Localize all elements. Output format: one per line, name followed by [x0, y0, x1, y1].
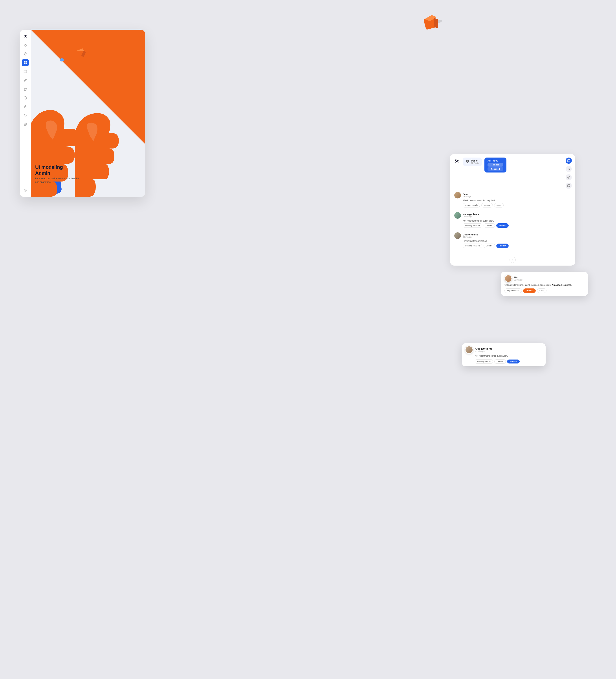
keep-button[interactable]: Keep: [537, 288, 547, 293]
svg-rect-15: [25, 106, 26, 108]
settings-side-icon[interactable]: [565, 174, 572, 181]
bottom-card-header: Aloe Nona Fu 20 min ago: [465, 346, 543, 354]
panel-cube: [75, 47, 87, 60]
sidebar-item-heart[interactable]: [22, 41, 29, 48]
svg-rect-9: [26, 63, 27, 64]
report-details-button[interactable]: Report Details: [463, 203, 480, 207]
sidebar-item-check[interactable]: [22, 94, 29, 101]
siu-actions: Report Details Archive Keep: [505, 288, 584, 293]
decline-button[interactable]: Decline: [484, 223, 495, 228]
report-time: 12 min ago: [463, 216, 479, 218]
siu-reason: Unknown language, may be custom expressi…: [505, 284, 584, 287]
svg-point-19: [25, 190, 26, 191]
users-side-icon[interactable]: [565, 166, 572, 172]
svg-rect-27: [468, 160, 469, 162]
keep-button[interactable]: Keep: [494, 203, 504, 207]
svg-marker-23: [60, 58, 64, 62]
types-tab[interactable]: All Types Pended Reported: [484, 158, 507, 172]
posts-label: Posts: [471, 159, 479, 162]
report-reason: Prohibited for publication.: [463, 240, 571, 242]
aloe-name: Aloe Nona Fu: [475, 347, 492, 350]
report-actions: Pending Reason Decline Publish: [463, 223, 571, 228]
report-details-button[interactable]: Report Details: [505, 288, 522, 293]
posts-count: 32 Posts: [471, 162, 479, 164]
archive-button[interactable]: Archive: [523, 288, 536, 293]
overlay-header: Siu 16 min ago: [505, 275, 584, 282]
svg-rect-10: [24, 70, 27, 73]
avatar: [454, 232, 461, 239]
svg-rect-8: [24, 63, 25, 64]
posts-icon: [466, 160, 469, 163]
report-list: Pean 7 min ago Weak reason. No action re…: [450, 190, 575, 254]
svg-rect-6: [24, 61, 25, 63]
aloe-avatar: [465, 346, 473, 354]
overlay-siu-card: Siu 16 min ago Unknown language, may be …: [501, 272, 588, 296]
report-reason: Not recomended for publication.: [463, 220, 571, 222]
pagination-bar: ‹: [450, 254, 575, 266]
sidebar-item-settings[interactable]: [22, 187, 29, 194]
aloe-time: 20 min ago: [475, 350, 492, 353]
report-item: Pean 7 min ago Weak reason. No action re…: [453, 190, 572, 210]
report-time: 42 min ago: [463, 236, 478, 238]
sidebar-item-globe[interactable]: [22, 121, 29, 128]
report-reason: Weak reason. No action required.: [463, 199, 571, 202]
aloe-actions: Pending Status Decline Publish: [475, 359, 543, 364]
sidebar-item-lock[interactable]: [22, 103, 29, 110]
report-actions: Pending Reason Decline Publish: [463, 244, 571, 248]
sidebar-item-dashboard[interactable]: [22, 59, 29, 66]
report-item: Onero Pilona 42 min ago Prohibited for p…: [453, 230, 572, 250]
all-types-label: All Types: [488, 159, 504, 162]
svg-rect-7: [26, 61, 27, 63]
publish-button[interactable]: Publish: [496, 223, 509, 228]
sidebar-item-edit[interactable]: [22, 77, 29, 84]
sidebar: [20, 30, 31, 197]
aloe-reason: Not recommended for publication.: [475, 355, 543, 357]
admin-main-content: UI modeling Admin Let's keep our online …: [31, 30, 145, 197]
pending-reason-button[interactable]: Pending Reason: [463, 223, 482, 228]
report-user-name: Pean: [463, 193, 472, 195]
card-logo: [453, 158, 460, 165]
publish-button[interactable]: Publish: [507, 359, 520, 363]
moderation-card: Posts 32 Posts All Types Pended Reported: [450, 154, 575, 266]
svg-point-31: [568, 177, 569, 178]
sidebar-item-table[interactable]: [22, 68, 29, 75]
pending-reason-button[interactable]: Pending Reason: [463, 244, 482, 248]
sidebar-item-bell[interactable]: [22, 112, 29, 119]
archive-button[interactable]: Archive: [481, 203, 493, 207]
svg-point-4: [25, 35, 26, 36]
pended-chip[interactable]: Pended: [488, 163, 504, 167]
panel-title: UI modeling: [35, 164, 79, 170]
report-actions: Report Details Archive Keep: [463, 203, 571, 207]
bookmark-side-icon[interactable]: [565, 183, 572, 189]
admin-panel-card: UI modeling Admin Let's keep our online …: [20, 30, 145, 197]
svg-rect-28: [466, 162, 467, 163]
sidebar-item-trash[interactable]: [22, 86, 29, 93]
svg-point-14: [24, 97, 27, 99]
messages-side-icon[interactable]: [565, 158, 572, 164]
reported-chip[interactable]: Reported: [488, 167, 504, 171]
panel-text-block: UI modeling Admin Let's keep our online …: [35, 164, 79, 184]
report-time: 7 min ago: [463, 195, 472, 198]
siu-avatar: [505, 275, 512, 282]
decline-button[interactable]: Decline: [484, 244, 495, 248]
svg-rect-29: [468, 162, 469, 163]
floating-cube-decoration: [420, 12, 440, 32]
posts-tab[interactable]: Posts 32 Posts: [463, 158, 482, 166]
avatar: [454, 192, 461, 198]
sidebar-logo[interactable]: [22, 33, 29, 40]
report-user-name: Onero Pilona: [463, 233, 478, 236]
svg-rect-26: [466, 160, 467, 162]
panel-subtitle: Admin: [35, 170, 79, 176]
siu-time: 16 min ago: [514, 279, 524, 281]
sidebar-item-location[interactable]: [22, 51, 29, 58]
panel-hex: [60, 58, 64, 63]
siu-name: Siu: [514, 276, 524, 279]
decline-button[interactable]: Decline: [494, 359, 506, 364]
report-item: Namaga Tema 12 min ago Not recomended fo…: [453, 210, 572, 230]
svg-point-5: [25, 53, 26, 54]
pending-status-button[interactable]: Pending Status: [475, 359, 493, 364]
prev-page-button[interactable]: ‹: [510, 257, 516, 263]
publish-button[interactable]: Publish: [496, 244, 509, 248]
avatar: [454, 212, 461, 219]
svg-point-30: [568, 168, 570, 169]
